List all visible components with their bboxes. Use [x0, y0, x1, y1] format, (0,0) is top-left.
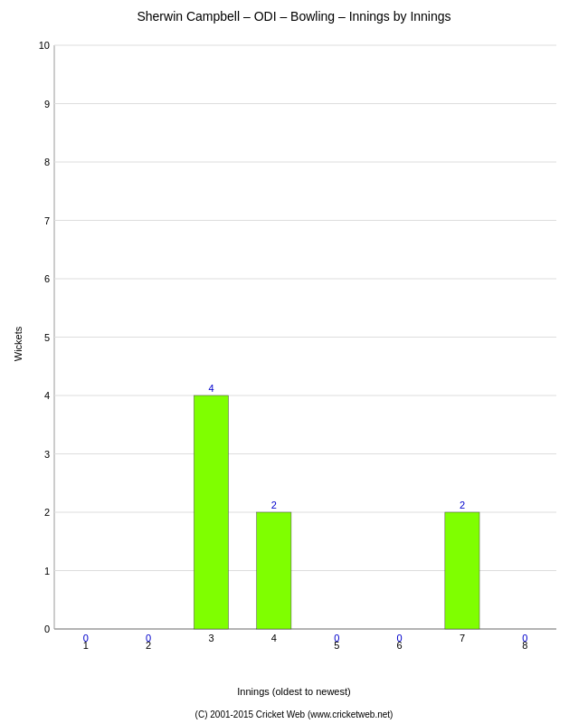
- svg-text:4: 4: [44, 390, 50, 401]
- copyright: (C) 2001-2015 Cricket Web (www.cricketwe…: [0, 710, 588, 719]
- svg-text:4: 4: [208, 383, 213, 394]
- svg-text:2: 2: [146, 640, 151, 651]
- svg-text:1: 1: [83, 640, 89, 651]
- svg-rect-38: [445, 512, 479, 629]
- svg-text:5: 5: [44, 332, 50, 343]
- svg-text:9: 9: [44, 99, 50, 110]
- svg-text:7: 7: [460, 633, 465, 643]
- svg-text:2: 2: [44, 507, 50, 518]
- chart-title: Sherwin Campbell – ODI – Bowling – Innin…: [0, 0, 588, 28]
- svg-text:3: 3: [44, 449, 50, 460]
- svg-text:6: 6: [397, 640, 403, 651]
- svg-text:1: 1: [44, 566, 50, 576]
- svg-rect-31: [257, 512, 291, 629]
- svg-text:8: 8: [44, 157, 50, 167]
- svg-text:0: 0: [44, 624, 50, 634]
- svg-text:8: 8: [522, 640, 527, 651]
- x-axis-title: Innings (oldest to newest): [0, 686, 588, 697]
- chart-container: Sherwin Campbell – ODI – Bowling – Innin…: [0, 0, 588, 724]
- svg-text:10: 10: [39, 40, 50, 51]
- svg-text:7: 7: [44, 215, 50, 226]
- svg-text:5: 5: [334, 640, 339, 651]
- svg-rect-28: [194, 395, 228, 629]
- svg-text:4: 4: [271, 633, 277, 643]
- svg-text:3: 3: [208, 633, 213, 643]
- svg-text:6: 6: [44, 273, 50, 284]
- y-axis-label: Wickets: [9, 36, 27, 652]
- svg-text:2: 2: [271, 500, 277, 510]
- svg-text:2: 2: [460, 500, 465, 510]
